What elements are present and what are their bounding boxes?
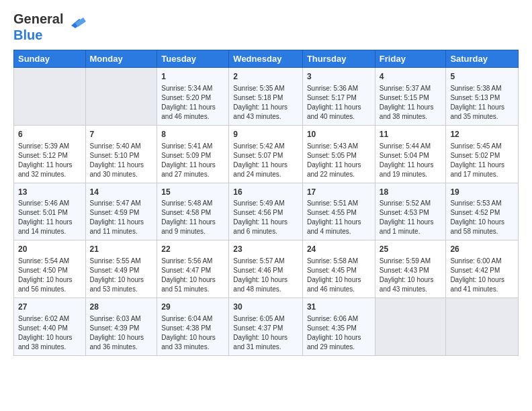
calendar-cell: 2Sunrise: 5:35 AMSunset: 5:18 PMDaylight… xyxy=(229,68,303,126)
calendar-cell: 12Sunrise: 5:45 AMSunset: 5:02 PMDayligh… xyxy=(446,125,519,183)
calendar-cell: 14Sunrise: 5:47 AMSunset: 4:59 PMDayligh… xyxy=(85,183,157,240)
header-day: Tuesday xyxy=(157,50,229,68)
calendar-cell xyxy=(446,298,519,356)
calendar-cell: 15Sunrise: 5:48 AMSunset: 4:58 PMDayligh… xyxy=(157,183,229,240)
calendar-week: 20Sunrise: 5:54 AMSunset: 4:50 PMDayligh… xyxy=(14,240,519,298)
calendar-cell: 6Sunrise: 5:39 AMSunset: 5:12 PMDaylight… xyxy=(14,125,86,183)
day-number: 4 xyxy=(380,71,442,83)
header-day: Wednesday xyxy=(229,50,303,68)
day-number: 26 xyxy=(450,244,514,255)
cell-content: Sunrise: 5:56 AMSunset: 4:47 PMDaylight:… xyxy=(161,257,224,294)
calendar-cell: 22Sunrise: 5:56 AMSunset: 4:47 PMDayligh… xyxy=(157,240,229,298)
cell-content: Sunrise: 6:06 AMSunset: 4:35 PMDaylight:… xyxy=(307,314,371,352)
calendar-cell xyxy=(14,68,86,126)
calendar-cell: 25Sunrise: 5:59 AMSunset: 4:43 PMDayligh… xyxy=(375,240,446,298)
calendar-header: SundayMondayTuesdayWednesdayThursdayFrid… xyxy=(14,50,519,68)
day-number: 30 xyxy=(233,302,298,313)
cell-content: Sunrise: 5:55 AMSunset: 4:49 PMDaylight:… xyxy=(90,257,153,294)
calendar-cell: 10Sunrise: 5:43 AMSunset: 5:05 PMDayligh… xyxy=(302,125,375,183)
day-number: 10 xyxy=(307,129,371,140)
calendar-cell: 27Sunrise: 6:02 AMSunset: 4:40 PMDayligh… xyxy=(14,298,86,356)
cell-content: Sunrise: 5:35 AMSunset: 5:18 PMDaylight:… xyxy=(233,84,298,122)
day-number: 9 xyxy=(233,129,298,140)
cell-content: Sunrise: 6:04 AMSunset: 4:38 PMDaylight:… xyxy=(161,314,224,352)
day-number: 25 xyxy=(380,244,442,255)
header: General Blue xyxy=(13,11,519,43)
cell-content: Sunrise: 6:02 AMSunset: 4:40 PMDaylight:… xyxy=(18,314,81,352)
logo-line2: Blue xyxy=(13,27,63,43)
logo-line1: General xyxy=(13,11,63,27)
day-number: 24 xyxy=(307,244,371,255)
calendar-cell: 16Sunrise: 5:49 AMSunset: 4:56 PMDayligh… xyxy=(229,183,303,240)
calendar-table: SundayMondayTuesdayWednesdayThursdayFrid… xyxy=(13,50,519,356)
calendar-week: 6Sunrise: 5:39 AMSunset: 5:12 PMDaylight… xyxy=(14,125,519,183)
cell-content: Sunrise: 5:44 AMSunset: 5:04 PMDaylight:… xyxy=(380,142,442,179)
calendar-week: 1Sunrise: 5:34 AMSunset: 5:20 PMDaylight… xyxy=(14,68,519,126)
logo-wrapper: General Blue xyxy=(13,11,86,43)
cell-content: Sunrise: 5:52 AMSunset: 4:53 PMDaylight:… xyxy=(380,199,442,236)
page: General Blue SundayMondayTuesdayWednesda… xyxy=(0,0,532,411)
cell-content: Sunrise: 5:46 AMSunset: 5:01 PMDaylight:… xyxy=(18,199,81,236)
cell-content: Sunrise: 5:45 AMSunset: 5:02 PMDaylight:… xyxy=(450,142,514,179)
day-number: 20 xyxy=(18,244,81,255)
cell-content: Sunrise: 6:00 AMSunset: 4:42 PMDaylight:… xyxy=(450,257,514,294)
calendar-cell: 11Sunrise: 5:44 AMSunset: 5:04 PMDayligh… xyxy=(375,125,446,183)
day-number: 21 xyxy=(90,244,153,255)
calendar-cell: 8Sunrise: 5:41 AMSunset: 5:09 PMDaylight… xyxy=(157,125,229,183)
day-number: 1 xyxy=(161,71,224,83)
calendar-cell: 30Sunrise: 6:05 AMSunset: 4:37 PMDayligh… xyxy=(229,298,303,356)
header-day: Saturday xyxy=(446,50,519,68)
day-number: 5 xyxy=(450,71,514,83)
calendar-body: 1Sunrise: 5:34 AMSunset: 5:20 PMDaylight… xyxy=(14,68,519,356)
calendar-cell: 3Sunrise: 5:36 AMSunset: 5:17 PMDaylight… xyxy=(302,68,375,126)
cell-content: Sunrise: 5:49 AMSunset: 4:56 PMDaylight:… xyxy=(233,199,298,236)
calendar-cell: 20Sunrise: 5:54 AMSunset: 4:50 PMDayligh… xyxy=(14,240,86,298)
day-number: 23 xyxy=(233,244,298,255)
calendar-cell: 31Sunrise: 6:06 AMSunset: 4:35 PMDayligh… xyxy=(302,298,375,356)
logo-text: General Blue xyxy=(13,11,63,43)
day-number: 17 xyxy=(307,187,371,198)
day-number: 3 xyxy=(307,71,371,83)
day-number: 14 xyxy=(90,187,153,198)
day-number: 29 xyxy=(161,302,224,313)
cell-content: Sunrise: 5:58 AMSunset: 4:45 PMDaylight:… xyxy=(307,257,371,294)
calendar-cell: 23Sunrise: 5:57 AMSunset: 4:46 PMDayligh… xyxy=(229,240,303,298)
calendar-week: 13Sunrise: 5:46 AMSunset: 5:01 PMDayligh… xyxy=(14,183,519,240)
header-day: Monday xyxy=(85,50,157,68)
calendar-cell: 1Sunrise: 5:34 AMSunset: 5:20 PMDaylight… xyxy=(157,68,229,126)
day-number: 28 xyxy=(90,302,153,313)
calendar-week: 27Sunrise: 6:02 AMSunset: 4:40 PMDayligh… xyxy=(14,298,519,356)
cell-content: Sunrise: 5:42 AMSunset: 5:07 PMDaylight:… xyxy=(233,142,298,179)
calendar-cell: 18Sunrise: 5:52 AMSunset: 4:53 PMDayligh… xyxy=(375,183,446,240)
day-number: 13 xyxy=(18,187,81,198)
cell-content: Sunrise: 5:53 AMSunset: 4:52 PMDaylight:… xyxy=(450,199,514,236)
day-number: 6 xyxy=(18,129,81,140)
cell-content: Sunrise: 5:34 AMSunset: 5:20 PMDaylight:… xyxy=(161,84,224,122)
calendar-cell: 5Sunrise: 5:38 AMSunset: 5:13 PMDaylight… xyxy=(446,68,519,126)
calendar-cell: 28Sunrise: 6:03 AMSunset: 4:39 PMDayligh… xyxy=(85,298,157,356)
cell-content: Sunrise: 5:41 AMSunset: 5:09 PMDaylight:… xyxy=(161,142,224,179)
cell-content: Sunrise: 5:57 AMSunset: 4:46 PMDaylight:… xyxy=(233,257,298,294)
calendar-cell: 7Sunrise: 5:40 AMSunset: 5:10 PMDaylight… xyxy=(85,125,157,183)
cell-content: Sunrise: 5:38 AMSunset: 5:13 PMDaylight:… xyxy=(450,84,514,122)
cell-content: Sunrise: 5:39 AMSunset: 5:12 PMDaylight:… xyxy=(18,142,81,179)
day-number: 22 xyxy=(161,244,224,255)
cell-content: Sunrise: 5:48 AMSunset: 4:58 PMDaylight:… xyxy=(161,199,224,236)
day-number: 18 xyxy=(380,187,442,198)
calendar-cell: 9Sunrise: 5:42 AMSunset: 5:07 PMDaylight… xyxy=(229,125,303,183)
cell-content: Sunrise: 5:37 AMSunset: 5:15 PMDaylight:… xyxy=(380,84,442,122)
cell-content: Sunrise: 5:40 AMSunset: 5:10 PMDaylight:… xyxy=(90,142,153,179)
calendar-cell: 17Sunrise: 5:51 AMSunset: 4:55 PMDayligh… xyxy=(302,183,375,240)
day-number: 12 xyxy=(450,129,514,140)
cell-content: Sunrise: 5:47 AMSunset: 4:59 PMDaylight:… xyxy=(90,199,153,236)
calendar-cell: 19Sunrise: 5:53 AMSunset: 4:52 PMDayligh… xyxy=(446,183,519,240)
cell-content: Sunrise: 6:03 AMSunset: 4:39 PMDaylight:… xyxy=(90,314,153,352)
day-number: 19 xyxy=(450,187,514,198)
calendar-cell xyxy=(375,298,446,356)
logo-bird-icon xyxy=(66,16,86,35)
cell-content: Sunrise: 5:59 AMSunset: 4:43 PMDaylight:… xyxy=(380,257,442,294)
day-number: 15 xyxy=(161,187,224,198)
calendar-cell: 24Sunrise: 5:58 AMSunset: 4:45 PMDayligh… xyxy=(302,240,375,298)
calendar-cell xyxy=(85,68,157,126)
header-day: Thursday xyxy=(302,50,375,68)
